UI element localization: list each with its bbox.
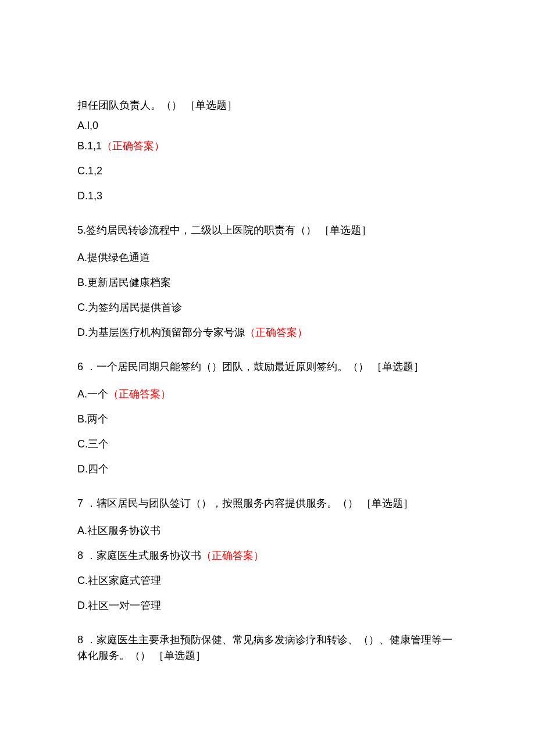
option-a-text: A.一个 xyxy=(77,388,108,400)
correct-answer-label: （正确答案） xyxy=(102,140,165,152)
question-4-option-a: A.l,0 xyxy=(77,118,458,134)
question-5-option-a: A.提供绿色通道 xyxy=(77,250,458,266)
document-page: 担任团队负责人。（） ［单选题］ A.l,0 B.1,1（正确答案） C.1,2… xyxy=(0,0,535,756)
correct-answer-label: （正确答案） xyxy=(245,327,308,338)
question-6: 6 ．一个居民同期只能签约（）团队，鼓励最近原则签约。（） ［单选题］ A.一个… xyxy=(77,359,458,477)
question-4-fragment: 担任团队负责人。（） ［单选题］ A.l,0 B.1,1（正确答案） C.1,2… xyxy=(77,98,458,204)
option-b-text: 8 ．家庭医生式服务协议书 xyxy=(77,550,201,561)
question-7-option-d: D.社区一对一管理 xyxy=(77,598,458,614)
question-7-option-c: C.社区家庭式管理 xyxy=(77,573,458,589)
question-5: 5.签约居民转诊流程中，二级以上医院的职责有（） ［单选题］ A.提供绿色通道 … xyxy=(77,223,458,341)
question-7: 7 ．辖区居民与团队签订（），按照服务内容提供服务。（） ［单选题］ A.社区服… xyxy=(77,496,458,614)
question-7-option-a: A.社区服务协议书 xyxy=(77,523,458,539)
question-5-stem: 5.签约居民转诊流程中，二级以上医院的职责有（） ［单选题］ xyxy=(77,223,458,238)
question-6-option-a: A.一个（正确答案） xyxy=(77,386,458,402)
question-5-option-b: B.更新居民健康档案 xyxy=(77,275,458,291)
option-d-text: D.为基层医疗机构预留部分专家号源 xyxy=(77,327,245,338)
question-6-option-c: C.三个 xyxy=(77,436,458,452)
option-b-text: B.1,1 xyxy=(77,140,102,152)
question-6-stem: 6 ．一个居民同期只能签约（）团队，鼓励最近原则签约。（） ［单选题］ xyxy=(77,359,458,375)
correct-answer-label: （正确答案） xyxy=(201,550,264,561)
question-7-option-b: 8 ．家庭医生式服务协议书（正确答案） xyxy=(77,548,458,564)
question-4-option-c: C.1,2 xyxy=(77,163,458,179)
question-6-option-d: D.四个 xyxy=(77,461,458,477)
question-4-option-b: B.1,1（正确答案） xyxy=(77,138,458,154)
question-7-stem: 7 ．辖区居民与团队签订（），按照服务内容提供服务。（） ［单选题］ xyxy=(77,496,458,511)
question-6-option-b: B.两个 xyxy=(77,411,458,427)
question-5-option-d: D.为基层医疗机构预留部分专家号源（正确答案） xyxy=(77,325,458,341)
correct-answer-label: （正确答案） xyxy=(108,388,171,400)
question-8: 8 ．家庭医生主要承担预防保健、常见病多发病诊疗和转诊、（）、健康管理等一体化服… xyxy=(77,632,458,664)
question-4-option-d: D.1,3 xyxy=(77,188,458,204)
question-8-stem: 8 ．家庭医生主要承担预防保健、常见病多发病诊疗和转诊、（）、健康管理等一体化服… xyxy=(77,632,458,664)
question-4-stem-line: 担任团队负责人。（） ［单选题］ xyxy=(77,98,458,113)
question-5-option-c: C.为签约居民提供首诊 xyxy=(77,300,458,316)
